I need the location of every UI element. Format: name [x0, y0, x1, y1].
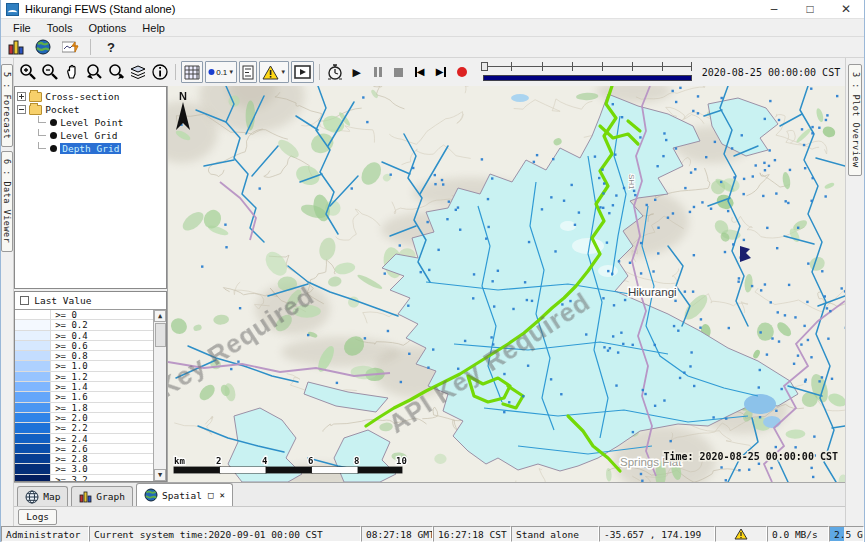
- menu-help[interactable]: Help: [134, 21, 173, 35]
- legend-color-swatch: [15, 413, 51, 422]
- help-button[interactable]: ?: [101, 38, 121, 56]
- tree-item-depth-grid[interactable]: Depth Grid: [17, 142, 164, 155]
- contour-value-button[interactable]: 0.1 ▼: [205, 61, 237, 83]
- legend-row: >= 2.6: [15, 444, 153, 454]
- menu-options[interactable]: Options: [80, 21, 134, 35]
- legend-color-swatch: [15, 372, 51, 381]
- tree-item-level-grid[interactable]: Level Grid: [17, 129, 164, 142]
- legend-row: >= 1.0: [15, 361, 153, 371]
- legend-class-label: >= 1.6: [51, 392, 88, 401]
- scroll-thumb[interactable]: [155, 323, 166, 347]
- pause-button[interactable]: [368, 62, 387, 82]
- legend-color-swatch: [15, 310, 51, 319]
- tab-spatial[interactable]: Spatial □ ✕: [136, 483, 233, 506]
- zoom-out-icon[interactable]: [40, 61, 60, 83]
- zoom-next-icon[interactable]: [106, 61, 126, 83]
- legend-class-label: >= 0.2: [51, 320, 88, 329]
- window-controls: – □ ✕: [756, 0, 864, 18]
- chevron-down-icon[interactable]: ▼: [228, 69, 234, 75]
- legend-row: >= 0.6: [15, 341, 153, 351]
- tree-item-pocket[interactable]: Pocket: [17, 103, 164, 116]
- status-warning-cell[interactable]: [715, 526, 767, 542]
- tab-forecast[interactable]: 5 : Forecast: [1, 64, 13, 147]
- globe-icon: [144, 488, 158, 502]
- legend-class-label: >= 0.4: [51, 331, 88, 340]
- toolbar-separator: [175, 64, 176, 80]
- forecast-chart-icon[interactable]: [6, 38, 26, 56]
- folder-icon: [29, 105, 42, 115]
- legend-color-swatch: [15, 382, 51, 391]
- status-mode: Stand alone: [511, 526, 599, 542]
- time-slider[interactable]: [481, 60, 693, 84]
- svg-text:6: 6: [308, 456, 313, 466]
- wireframe-globe-icon: [25, 490, 39, 504]
- tree-item-cross-section[interactable]: Cross-section: [17, 90, 164, 103]
- scroll-down-icon[interactable]: ▼: [154, 469, 166, 481]
- pan-hand-icon[interactable]: [62, 61, 82, 83]
- logs-button[interactable]: Logs: [18, 509, 57, 525]
- layers-icon[interactable]: [128, 61, 148, 83]
- chevron-down-icon[interactable]: ▼: [280, 69, 286, 75]
- globe-icon[interactable]: [33, 38, 53, 56]
- open-animation-button[interactable]: [291, 61, 314, 83]
- legend-row: >= 1.2: [15, 372, 153, 382]
- animation-timer-icon[interactable]: [325, 61, 345, 83]
- svg-text:8: 8: [354, 456, 359, 466]
- legend-color-swatch: [15, 464, 51, 473]
- step-back-button[interactable]: ◀: [410, 62, 429, 82]
- menu-file[interactable]: File: [5, 21, 39, 35]
- legend-class-label: >= 1.2: [51, 372, 88, 381]
- last-value-label: Last Value: [34, 295, 91, 306]
- export-timeseries-icon[interactable]: [60, 38, 80, 56]
- status-user: Administrator: [1, 526, 89, 542]
- toolbar-separator: [319, 64, 320, 80]
- tab-plot-overview[interactable]: 3 : Plot Overview: [848, 64, 862, 176]
- map-canvas[interactable]: API Key Required API Key Required Hikura…: [168, 86, 845, 482]
- legend-class-label: >= 2.6: [51, 444, 88, 453]
- tab-graph[interactable]: Graph: [71, 486, 133, 506]
- legend-class-list: >= 0>= 0.2>= 0.4>= 0.6>= 0.8>= 1.0>= 1.2…: [15, 310, 153, 481]
- legend-color-swatch: [15, 475, 51, 481]
- tab-data-viewer[interactable]: 6 : Data Viewer: [1, 151, 13, 251]
- legend-panel: Last Value >= 0>= 0.2>= 0.4>= 0.6>= 0.8>…: [14, 291, 167, 482]
- tab-close-icon[interactable]: ✕: [219, 490, 224, 500]
- record-button[interactable]: [452, 62, 471, 82]
- tab-map[interactable]: Map: [17, 486, 68, 506]
- tree-item-level-point[interactable]: Level Point: [17, 116, 164, 129]
- svg-text:10: 10: [396, 456, 407, 466]
- maximize-button[interactable]: □: [792, 0, 828, 18]
- toolbar-separator: [90, 39, 91, 55]
- legend-row: >= 2.2: [15, 423, 153, 433]
- tab-maximize-icon[interactable]: □: [208, 490, 213, 500]
- menu-bar: File Tools Options Help: [1, 18, 864, 36]
- legend-class-label: >= 1.0: [51, 361, 88, 370]
- expand-icon[interactable]: [17, 92, 26, 101]
- legend-scrollbar[interactable]: ▲ ▼: [153, 310, 166, 481]
- zoom-in-icon[interactable]: [18, 61, 38, 83]
- main-toolbar: ?: [1, 36, 864, 58]
- legend-class-label: >= 3.2: [51, 475, 88, 481]
- warning-thresholds-button[interactable]: ▼: [259, 61, 289, 83]
- legend-row: >= 1.8: [15, 403, 153, 413]
- town-label: Hikurangi: [628, 286, 677, 298]
- minimize-button[interactable]: –: [756, 0, 792, 18]
- zoom-previous-icon[interactable]: [84, 61, 104, 83]
- play-button[interactable]: ▶: [347, 62, 366, 82]
- legend-row: >= 2.4: [15, 434, 153, 444]
- legend-color-swatch: [15, 434, 51, 443]
- status-system-time: Current system time:2020-09-01 00:00 CST: [89, 526, 361, 542]
- step-forward-button[interactable]: ▶: [431, 62, 450, 82]
- collapse-icon[interactable]: [17, 105, 26, 114]
- close-button[interactable]: ✕: [828, 0, 864, 18]
- time-slider-thumb[interactable]: [481, 62, 488, 71]
- right-tab-strip: 3 : Plot Overview: [845, 58, 864, 526]
- scalebar-button[interactable]: [239, 61, 257, 83]
- scroll-up-icon[interactable]: ▲: [154, 310, 166, 322]
- last-value-checkbox[interactable]: [20, 296, 29, 305]
- menu-tools[interactable]: Tools: [39, 21, 81, 35]
- legend-class-label: >= 1.4: [51, 382, 88, 391]
- info-icon[interactable]: [150, 61, 170, 83]
- window-title: Hikurangi FEWS (Stand alone): [25, 3, 175, 15]
- grid-display-button[interactable]: [181, 61, 203, 83]
- stop-button[interactable]: [389, 62, 408, 82]
